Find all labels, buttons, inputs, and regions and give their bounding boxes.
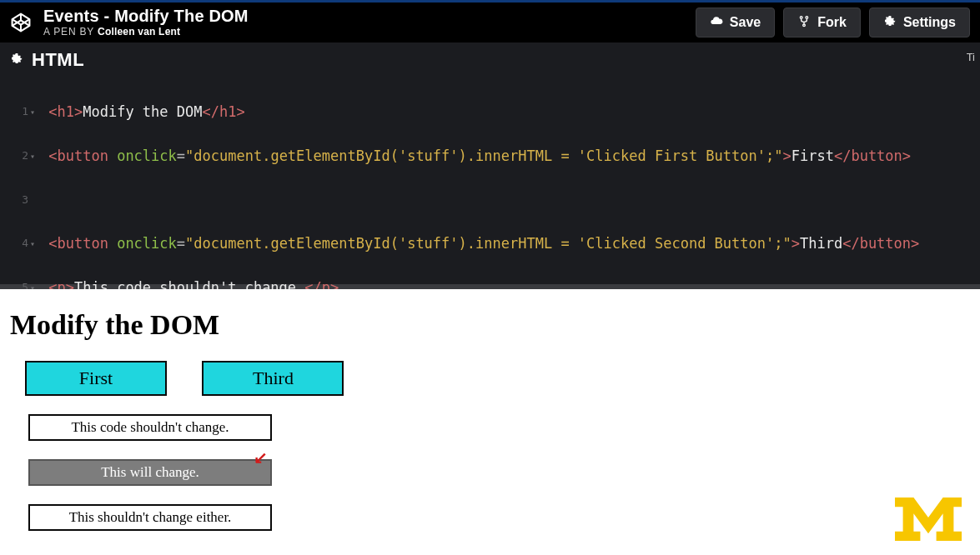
fork-button[interactable]: Fork: [783, 8, 861, 38]
editor-settings-icon[interactable]: [10, 52, 23, 68]
michigan-logo-icon: [895, 498, 962, 544]
editor-tab-bar: HTML Ti: [0, 42, 980, 76]
preview-pane: Modify the DOM First Third This code sho…: [0, 289, 980, 555]
line-number: 1: [7, 101, 28, 122]
third-button[interactable]: Third: [202, 361, 344, 396]
author-link[interactable]: Colleen van Lent: [98, 26, 180, 38]
line-number: 3: [7, 189, 28, 211]
save-button[interactable]: Save: [696, 8, 775, 38]
gear-icon: [883, 14, 897, 31]
settings-button[interactable]: Settings: [869, 8, 970, 38]
paragraph-static-2: This shouldn't change either.: [28, 504, 272, 531]
editor-right-hint[interactable]: Ti: [967, 51, 975, 63]
logo-area: Events - Modify The DOM A PEN BY Colleen…: [10, 7, 249, 38]
pen-byline: A PEN BY Colleen van Lent: [43, 27, 249, 38]
paragraph-static-1: This code shouldn't change.: [28, 414, 272, 441]
fold-icon[interactable]: ▾: [30, 102, 40, 123]
first-button[interactable]: First: [25, 361, 167, 396]
top-bar: Events - Modify The DOM A PEN BY Colleen…: [0, 2, 980, 42]
top-actions: Save Fork Settings: [696, 8, 970, 38]
line-number: 4: [7, 232, 28, 254]
pen-title[interactable]: Events - Modify The DOM: [43, 7, 249, 25]
editor-tab-html[interactable]: HTML: [32, 49, 84, 71]
preview-heading: Modify the DOM: [10, 309, 970, 341]
codepen-logo-icon[interactable]: [10, 12, 32, 33]
fold-icon[interactable]: ▾: [30, 146, 40, 168]
cloud-icon: [710, 14, 723, 31]
html-editor-pane[interactable]: HTML Ti 1▾ <h1>Modify the DOM</h1> 2▾ <b…: [0, 42, 980, 284]
line-number: 2: [7, 145, 28, 167]
fold-icon[interactable]: ▾: [30, 233, 40, 255]
fork-icon: [797, 14, 811, 31]
paragraph-stuff: This will change.: [28, 459, 272, 486]
